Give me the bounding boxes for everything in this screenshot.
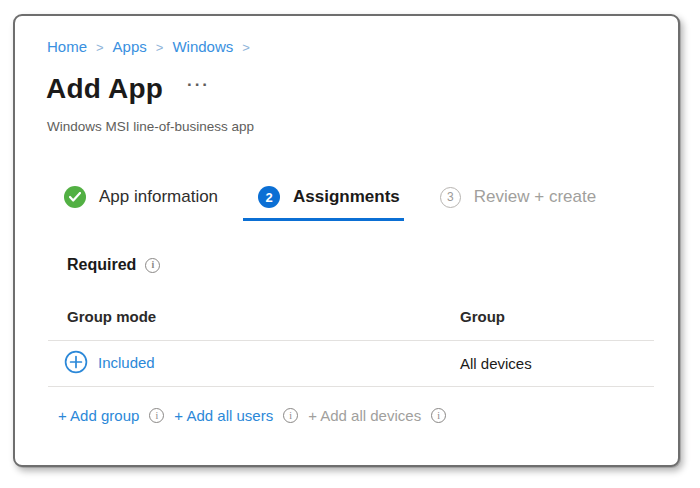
breadcrumb-link-windows[interactable]: Windows xyxy=(172,38,233,55)
step-review-create[interactable]: 3 Review + create xyxy=(440,187,596,208)
assignments-table: Group mode Group Included All devices xyxy=(48,308,654,387)
table-header-row: Group mode Group xyxy=(48,308,654,340)
page-subtitle: Windows MSI line-of-business app xyxy=(47,119,254,134)
breadcrumb-separator: > xyxy=(96,39,104,55)
table-row: Included All devices xyxy=(48,341,654,386)
step-3-badge: 3 xyxy=(440,187,461,208)
breadcrumb-link-apps[interactable]: Apps xyxy=(113,38,147,55)
step-label: Assignments xyxy=(293,187,400,207)
info-icon[interactable] xyxy=(431,408,446,423)
add-app-panel: Home > Apps > Windows > Add App ··· Wind… xyxy=(13,14,680,467)
add-group-link[interactable]: + Add group xyxy=(58,407,139,424)
page-header: Add App ··· xyxy=(46,73,210,105)
info-icon[interactable] xyxy=(145,258,160,273)
plus-circle-icon xyxy=(64,350,88,374)
info-icon[interactable] xyxy=(149,408,164,423)
breadcrumb-link-home[interactable]: Home xyxy=(47,38,87,55)
breadcrumb: Home > Apps > Windows > xyxy=(47,38,250,55)
required-section-heading: Required xyxy=(67,256,160,274)
breadcrumb-separator: > xyxy=(156,39,164,55)
column-header-group: Group xyxy=(460,308,654,325)
breadcrumb-separator: > xyxy=(242,39,250,55)
group-cell: All devices xyxy=(460,355,654,372)
step-assignments[interactable]: 2 Assignments xyxy=(258,186,400,208)
step-app-information[interactable]: App information xyxy=(64,186,218,208)
group-mode-cell: Included xyxy=(48,350,460,377)
checkmark-icon xyxy=(64,186,86,208)
page-title: Add App xyxy=(46,73,163,105)
included-label: Included xyxy=(98,354,155,371)
included-link[interactable]: Included xyxy=(64,350,155,374)
step-label: App information xyxy=(99,187,218,207)
required-heading-label: Required xyxy=(67,256,136,274)
add-all-users-link[interactable]: + Add all users xyxy=(174,407,273,424)
add-all-devices-link-disabled: + Add all devices xyxy=(308,407,421,424)
step-2-badge: 2 xyxy=(258,186,280,208)
more-options-button[interactable]: ··· xyxy=(187,75,210,95)
assignment-actions: + Add group + Add all users + Add all de… xyxy=(58,407,449,424)
info-icon[interactable] xyxy=(283,408,298,423)
divider xyxy=(48,386,654,387)
wizard-steps: App information 2 Assignments 3 Review +… xyxy=(64,186,596,208)
step-label: Review + create xyxy=(474,187,596,207)
column-header-group-mode: Group mode xyxy=(48,308,460,325)
